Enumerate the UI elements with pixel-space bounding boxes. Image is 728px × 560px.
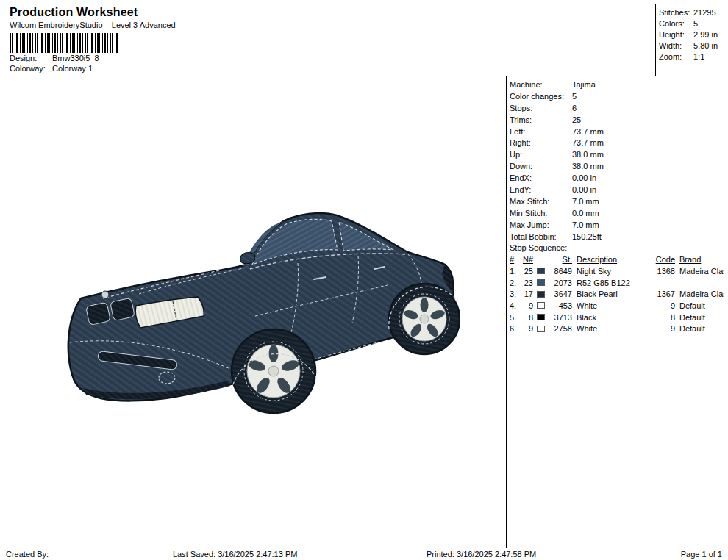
col-idx: #: [510, 255, 521, 264]
detail-label: Down:: [510, 162, 572, 170]
stop-idx: 6.: [510, 324, 521, 333]
kidney-grille-right: [110, 298, 135, 320]
detail-row: Max Jump:7.0 mm: [510, 219, 724, 231]
stop-row: 3. 17 3647 Black Pearl 1367 Madeira Clas…: [510, 288, 724, 300]
stop-description: Black: [577, 313, 654, 322]
stop-idx: 3.: [510, 290, 521, 298]
design-row: Design: Bmw330i5_8: [10, 54, 650, 63]
stop-idx: 4.: [510, 301, 521, 310]
detail-row: Total Bobbin:150.25ft: [510, 231, 724, 243]
colorway-value: Colorway 1: [52, 64, 93, 73]
detail-label: Machine:: [510, 80, 572, 89]
thread-swatch: [537, 302, 545, 309]
thread-swatch: [537, 314, 545, 320]
stop-description: Black Pearl: [577, 290, 654, 298]
stop-n: 9: [521, 301, 533, 310]
stop-table-header: # N# St. Description Code Brand: [510, 254, 724, 265]
stop-idx: 1.: [510, 267, 521, 276]
footer: Created By: Last Saved: 3/16/2025 2:47:1…: [4, 548, 724, 559]
stop-code: 1367: [654, 290, 675, 298]
colorway-row: Colorway: Colorway 1: [10, 64, 650, 73]
detail-row: Color changes:5: [510, 90, 724, 102]
stop-description: White: [577, 301, 654, 310]
detail-value: 73.7 mm: [572, 127, 604, 136]
stop-idx: 5.: [510, 313, 521, 322]
stop-code: 9: [654, 324, 675, 333]
rear-wheel: [389, 284, 460, 354]
content-area: Machine:Tajima Color changes:5 Stops:6 T…: [4, 76, 724, 548]
detail-value: Tajima: [572, 80, 596, 89]
detail-label: Right:: [510, 138, 572, 147]
stop-sequence-title: Stop Sequence:: [510, 242, 724, 254]
detail-row: Max Stitch:7.0 mm: [510, 195, 724, 207]
detail-value: 6: [572, 104, 577, 112]
stat-value: 2.99 in: [693, 30, 718, 40]
design-barcode: [10, 33, 120, 53]
side-mirror: [240, 253, 255, 264]
header-info-box: Production Worksheet Wilcom EmbroiderySt…: [4, 4, 656, 76]
details-panel: Machine:Tajima Color changes:5 Stops:6 T…: [506, 76, 724, 548]
detail-value: 0.00 in: [572, 173, 596, 182]
detail-row: Down:38.0 mm: [510, 160, 724, 172]
bmw-roundel: [101, 291, 109, 298]
detail-label: Total Bobbin:: [510, 232, 572, 241]
stop-code: 1368: [654, 267, 675, 276]
stat-label: Stitches:: [659, 8, 693, 18]
detail-label: Max Jump:: [510, 220, 572, 229]
detail-row: EndX:0.00 in: [510, 172, 724, 184]
created-by-label: Created By:: [6, 550, 49, 559]
stop-code: 8: [654, 313, 675, 322]
front-hub: [268, 366, 279, 376]
detail-row: EndY:0.00 in: [510, 184, 724, 195]
stop-n: 25: [521, 267, 533, 276]
detail-row: Trims:25: [510, 114, 724, 126]
stat-stitches: Stitches: 21295: [659, 8, 721, 18]
detail-value: 0.0 mm: [572, 209, 599, 218]
stat-value: 5: [693, 19, 698, 29]
detail-row: Stops:6: [510, 102, 724, 114]
stop-n: 17: [521, 290, 533, 298]
rear-hub: [420, 315, 429, 323]
col-st: St.: [549, 255, 572, 264]
stat-width: Width: 5.80 in: [659, 41, 721, 51]
stop-sequence-table: # N# St. Description Code Brand 1. 25 86…: [510, 254, 724, 334]
detail-value: 38.0 mm: [572, 162, 604, 170]
stop-row: 6. 9 2758 White 9 Default: [510, 323, 724, 334]
design-value: Bmw330i5_8: [52, 54, 99, 63]
detail-label: Max Stitch:: [510, 197, 572, 206]
stat-zoom: Zoom: 1:1: [659, 52, 721, 62]
detail-value: 150.25ft: [572, 232, 602, 241]
stop-st: 453: [549, 301, 572, 310]
stat-value: 1:1: [693, 52, 704, 62]
thread-swatch: [537, 279, 545, 286]
detail-row: Min Stitch:0.0 mm: [510, 207, 724, 219]
stop-brand: Madeira Classic 40: [675, 290, 724, 298]
stop-idx: 2.: [510, 279, 521, 287]
design-canvas: [4, 76, 506, 548]
detail-row: Up:38.0 mm: [510, 148, 724, 160]
stop-description: White: [577, 324, 654, 333]
stop-row: 1. 25 8649 Night Sky 1368 Madeira Classi…: [510, 265, 724, 277]
colorway-label: Colorway:: [10, 64, 52, 73]
stop-n: 23: [521, 279, 533, 287]
page-number: Page 1 of 1: [681, 550, 722, 559]
stop-code: 9: [654, 301, 675, 310]
detail-label: Min Stitch:: [510, 209, 572, 218]
printed-text: Printed: 3/16/2025 2:47:58 PM: [427, 550, 536, 559]
stop-row: 2. 23 2073 R52 G85 B122: [510, 277, 724, 289]
col-code: Code: [654, 255, 675, 264]
thread-swatch: [537, 268, 545, 274]
detail-value: 38.0 mm: [572, 150, 604, 159]
stop-st: 2073: [549, 279, 572, 287]
design-label: Design:: [10, 54, 52, 63]
car-embroidery-artwork: [63, 212, 460, 426]
header: Production Worksheet Wilcom EmbroiderySt…: [4, 4, 724, 76]
detail-label: EndX:: [510, 173, 572, 182]
detail-label: Color changes:: [510, 92, 572, 101]
stop-description: Night Sky: [577, 267, 654, 276]
detail-value: 5: [572, 92, 577, 101]
thread-swatch: [537, 291, 545, 298]
stat-label: Height:: [659, 30, 693, 40]
col-description: Description: [577, 255, 654, 264]
stop-brand: Default: [675, 301, 724, 310]
